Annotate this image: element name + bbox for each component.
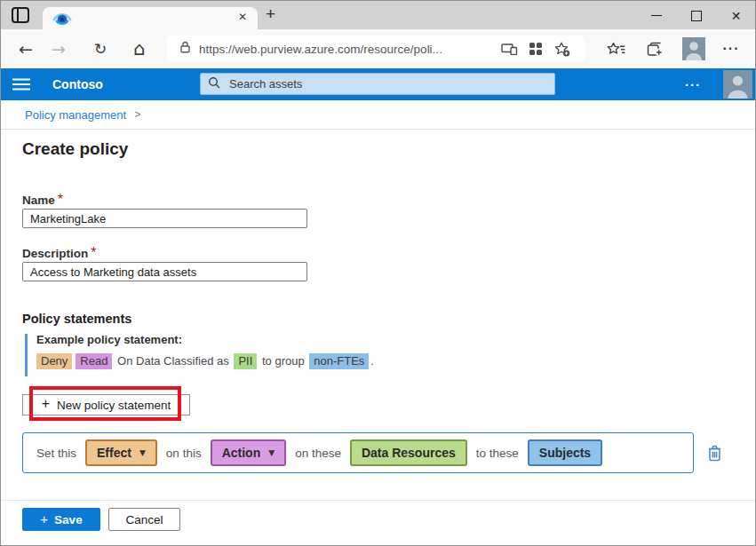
action-label: Action [222,446,261,460]
back-button[interactable]: ← [12,29,40,68]
breadcrumb-policy-management[interactable]: Policy management [25,108,126,122]
send-to-devices-icon[interactable] [496,43,522,55]
example-action-chip: Read [76,353,112,369]
search-assets-box[interactable] [200,73,555,95]
refresh-button[interactable]: ↻ [86,29,115,68]
delete-statement-icon[interactable] [708,445,721,465]
breadcrumb-chevron-icon: > [134,108,140,121]
example-policy-statement: Example policy statement: DenyRead On Da… [25,332,469,378]
example-text: On Data Classified as [117,354,229,368]
example-classification-chip: PII [234,353,257,369]
effect-dropdown[interactable]: Effect ▼ [85,439,157,466]
org-name: Contoso [52,68,103,100]
browser-tab-purview[interactable]: ✕ [43,7,258,30]
name-input[interactable] [22,209,307,228]
header-more-button[interactable]: ··· [685,68,701,100]
purview-header: Contoso ··· [0,68,756,100]
cancel-button[interactable]: Cancel [108,508,180,531]
search-icon [208,76,220,92]
save-label: Save [54,513,83,526]
browser-settings-icon[interactable]: ··· [716,29,746,68]
example-heading: Example policy statement: [36,333,182,346]
address-bar[interactable]: https://web.purview.azure.com/resource/p… [167,36,585,62]
description-input[interactable] [22,262,307,281]
header-user-avatar[interactable] [723,70,752,99]
footer-divider [1,500,755,501]
window-close-icon: ✕ [731,9,742,23]
chevron-down-icon: ▼ [139,448,146,457]
search-assets-input[interactable] [227,76,547,91]
cancel-label: Cancel [125,513,163,526]
forward-button[interactable]: → [44,29,73,68]
statement-text: Set this [36,447,76,460]
hamburger-menu-icon[interactable] [12,78,30,94]
browser-tab-strip: ✕ + ✕ [0,0,756,29]
url-text[interactable]: https://web.purview.azure.com/resource/p… [199,43,496,56]
example-effect-chip: Deny [36,353,72,369]
home-button[interactable]: ⌂ [125,29,154,68]
add-favorite-icon[interactable] [549,42,576,57]
example-subject-chip: non-FTEs [309,353,369,369]
plus-icon: + [42,396,50,412]
statement-text: on these [295,447,341,460]
new-policy-statement-button[interactable]: + New policy statement [22,394,190,415]
example-statement-line: DenyRead On Data Classified as PII to gr… [36,353,374,369]
collections-icon[interactable] [640,29,670,68]
browser-profile-avatar[interactable] [682,37,705,60]
required-asterisk: * [88,245,96,260]
page-title: Create policy [22,139,128,159]
tab-close-icon[interactable]: ✕ [238,11,247,23]
example-text: . [370,354,374,368]
action-dropdown[interactable]: Action ▼ [211,439,286,466]
apps-grid-icon[interactable] [522,43,549,55]
policy-statement-row: Set this Effect ▼ on this Action ▼ on th… [22,432,694,473]
save-button[interactable]: + Save [22,508,100,531]
data-resources-button[interactable]: Data Resources [350,439,467,466]
new-tab-button[interactable]: + [266,4,275,24]
subjects-label: Subjects [539,446,591,460]
effect-label: Effect [97,446,131,460]
browser-nav-bar: ← → ↻ ⌂ https://web.purview.azure.com/re… [0,29,756,68]
chevron-down-icon: ▼ [268,448,275,457]
breadcrumb: Policy management > [1,100,755,130]
favorites-bar-icon[interactable] [601,29,631,68]
name-label: Name* [22,192,63,208]
required-asterisk: * [55,192,63,207]
ellipsis-icon: ··· [723,41,740,57]
new-policy-statement-label: New policy statement [57,399,171,412]
description-label: Description* [22,245,97,261]
minimize-icon [651,15,662,16]
statement-text: to these [476,447,519,460]
window-maximize-button[interactable] [676,1,716,30]
maximize-icon [691,11,702,21]
purview-logo-icon [52,12,72,26]
lock-icon [180,41,190,57]
data-resources-label: Data Resources [362,446,456,460]
window-minimize-button[interactable] [636,1,676,30]
tab-actions-icon [12,7,29,27]
window-close-button[interactable]: ✕ [716,1,756,30]
plus-icon: + [40,511,48,526]
statement-text: on this [166,447,202,460]
tab-actions-menu-button[interactable] [10,7,31,26]
example-accent-bar [25,334,28,376]
example-text: to group [262,354,305,368]
policy-statements-heading: Policy statements [22,312,131,326]
subjects-button[interactable]: Subjects [528,439,602,466]
